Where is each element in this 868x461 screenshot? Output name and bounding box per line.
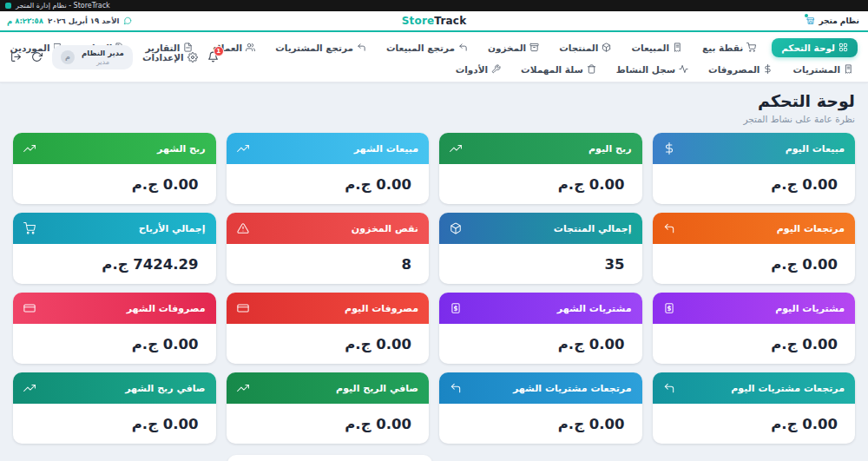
nav-item[interactable]: سلة المهملات bbox=[516, 61, 601, 78]
nav-item[interactable]: نقطة بيع bbox=[698, 39, 760, 56]
trending-icon bbox=[237, 142, 249, 155]
undo-icon bbox=[663, 382, 675, 394]
stat-card-title: مبيعات الشهر bbox=[354, 143, 418, 155]
package-icon bbox=[602, 43, 611, 52]
stat-card: صافي الربح اليوم0.00 ج.م bbox=[227, 372, 430, 444]
dollar-icon bbox=[763, 64, 773, 74]
wrench-icon bbox=[491, 64, 501, 74]
stat-card: مشتريات اليوم0.00 ج.م bbox=[653, 293, 856, 364]
stat-card-header: مصروفات الشهر bbox=[13, 293, 216, 324]
gear-icon bbox=[187, 52, 198, 63]
notification-badge: 1 bbox=[214, 46, 224, 56]
nav-item-label: سجل النشاط bbox=[616, 64, 675, 75]
nav-item-label: نقطة بيع bbox=[702, 43, 743, 53]
stat-card: إجمالي الأرباح7424.29 ج.م bbox=[13, 213, 216, 284]
stat-card-header: مرتجعات مشتريات الشهر bbox=[439, 372, 642, 404]
stat-card-value: 0.00 ج.م bbox=[771, 256, 838, 273]
stat-card-body: 0.00 ج.م bbox=[439, 324, 642, 364]
nav-item-label: مرتجع المشتريات bbox=[275, 43, 353, 53]
stat-card-header: ربح الشهر bbox=[13, 133, 216, 164]
receipt-icon bbox=[673, 43, 682, 52]
nav-item[interactable]: مرتجع المبيعات bbox=[382, 39, 472, 56]
undo-icon bbox=[458, 43, 468, 52]
stat-card-header: ربح اليوم bbox=[439, 133, 642, 164]
stat-card-value: 7424.29 ج.م bbox=[102, 256, 198, 273]
navbar: لوحة التحكمنقطة بيعالمبيعاتالمنتجاتالمخز… bbox=[0, 32, 868, 82]
nav-item[interactable]: لوحة التحكم bbox=[772, 38, 858, 57]
user-chip[interactable]: مدير النظام مدير م bbox=[52, 45, 133, 69]
nav-item[interactable]: المبيعات bbox=[627, 39, 687, 56]
user-role: مدير bbox=[96, 58, 109, 66]
nav-item[interactable]: الأدوات bbox=[451, 61, 505, 78]
stat-card-title: مشتريات الشهر bbox=[557, 303, 632, 314]
stat-card-title: إجمالي الأرباح bbox=[139, 223, 206, 234]
trending-icon bbox=[450, 142, 462, 155]
undo-icon bbox=[450, 382, 462, 394]
stat-card-body: 0.00 ج.م bbox=[439, 164, 642, 204]
receipt-dollar-icon bbox=[450, 302, 462, 314]
stat-card-value: 0.00 ج.م bbox=[132, 176, 199, 193]
user-name: مدير النظام bbox=[82, 49, 124, 57]
nav-item[interactable]: سجل النشاط bbox=[612, 61, 693, 78]
stat-card: مصروفات الشهر0.00 ج.م bbox=[13, 293, 216, 364]
nav-item-label: لوحة التحكم bbox=[781, 43, 835, 53]
stat-card-title: مرتجعات اليوم bbox=[777, 223, 845, 234]
nav-item[interactable]: المشتريات bbox=[788, 61, 858, 78]
receipt-dollar-icon bbox=[663, 302, 675, 314]
avatar: م bbox=[61, 50, 75, 64]
stat-card-body: 0.00 ج.م bbox=[439, 404, 642, 444]
nav-item[interactable]: المنتجات bbox=[555, 39, 615, 56]
stat-card-title: ربح الشهر bbox=[157, 143, 205, 155]
stat-card-value: 0.00 ج.م bbox=[345, 416, 411, 432]
receipt-icon bbox=[844, 64, 853, 74]
store-icon bbox=[806, 16, 815, 25]
page-title: لوحة التحكم bbox=[13, 91, 855, 110]
stats-grid: مبيعات اليوم0.00 ج.مربح اليوم0.00 ج.ممبي… bbox=[13, 133, 855, 444]
trending-icon bbox=[23, 382, 36, 394]
activity-icon bbox=[679, 64, 688, 74]
stat-card-title: نقص المخزون bbox=[352, 223, 418, 234]
stat-card-body: 0.00 ج.م bbox=[653, 324, 856, 364]
stat-card: مبيعات اليوم0.00 ج.م bbox=[653, 133, 856, 204]
logo-store-part: Store bbox=[402, 15, 435, 27]
nav-item-label: المشتريات bbox=[792, 64, 840, 75]
nav-item-label: المصروفات bbox=[708, 64, 760, 75]
stat-card-header: إجمالي المنتجات bbox=[439, 213, 642, 244]
undo-icon bbox=[357, 43, 366, 52]
stat-card: مرتجعات مشتريات اليوم0.00 ج.م bbox=[653, 372, 856, 444]
bell-icon[interactable]: 1 bbox=[207, 51, 219, 63]
wallet-icon bbox=[23, 302, 36, 314]
cart-icon bbox=[746, 43, 756, 52]
stat-card-title: مبيعات اليوم bbox=[786, 143, 845, 155]
app-logo: StoreTrack bbox=[402, 15, 467, 27]
trending-icon bbox=[237, 382, 249, 394]
nav-item[interactable]: المصروفات bbox=[704, 61, 777, 78]
stat-card-header: صافي الربح اليوم bbox=[227, 372, 430, 404]
stat-card-value: 8 bbox=[402, 256, 411, 273]
settings-label: الإعدادات bbox=[142, 52, 184, 63]
window-titlebar: نظام إدارة المتجر - StoreTrack bbox=[0, 0, 868, 11]
nav-item-settings[interactable]: الإعدادات bbox=[142, 52, 198, 63]
stat-card-value: 0.00 ج.م bbox=[132, 416, 199, 432]
current-time: ٨:٢٣:٥٨ م bbox=[7, 16, 43, 25]
logout-icon[interactable] bbox=[10, 51, 22, 63]
stat-card-body: 0.00 ج.م bbox=[13, 324, 216, 364]
logo-track-part: Track bbox=[434, 15, 466, 27]
stat-card: صافي ربح الشهر0.00 ج.م bbox=[13, 372, 216, 444]
refresh-icon[interactable] bbox=[31, 51, 43, 63]
stat-card-header: مشتريات الشهر bbox=[439, 293, 642, 324]
nav-item[interactable]: المخزون bbox=[483, 39, 543, 56]
stat-card-body: 8 bbox=[227, 244, 430, 284]
system-type-badge: نظام متجر bbox=[806, 11, 859, 30]
nav-item-label: سلة المهملات bbox=[521, 64, 583, 75]
trash-icon bbox=[587, 64, 596, 74]
stat-card-value: 0.00 ج.م bbox=[558, 176, 625, 193]
current-date: الأحد ١٩ أبريل ٢٠٢٦ bbox=[48, 16, 120, 25]
wallet-icon bbox=[237, 302, 249, 314]
page-subtitle: نظرة عامة على نشاط المتجر bbox=[13, 114, 855, 124]
stat-card: إجمالي المنتجات35 bbox=[439, 213, 642, 284]
stat-card: مشتريات الشهر0.00 ج.م bbox=[439, 293, 642, 364]
stat-card-title: مصروفات اليوم bbox=[345, 303, 418, 314]
nav-item[interactable]: مرتجع المشتريات bbox=[271, 39, 371, 56]
stat-card-value: 0.00 ج.م bbox=[771, 416, 838, 432]
